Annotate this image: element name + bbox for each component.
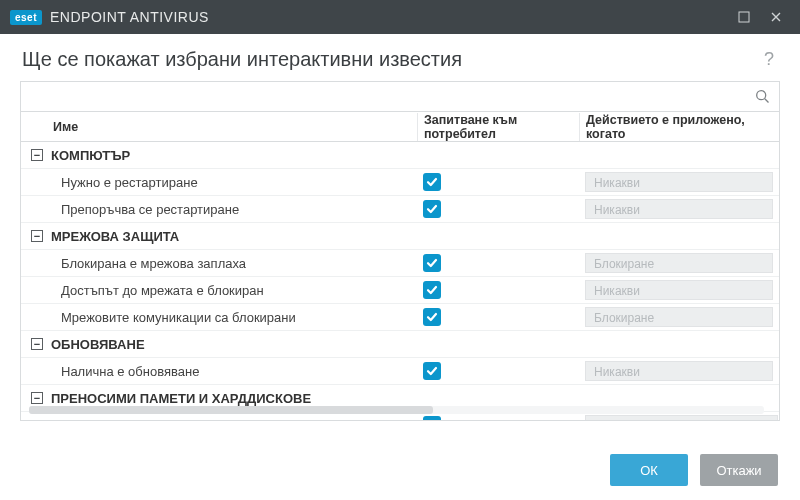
grid-body: −КОМПЮТЪРНужно е рестартиранеНикаквиПреп…: [21, 142, 779, 420]
item-action-cell: Блокиране: [579, 253, 779, 273]
item-ask-cell: [417, 416, 579, 420]
action-field: Блокиране: [585, 253, 773, 273]
table-row: Препоръчва се рестартиранеНикакви: [21, 196, 779, 223]
collapse-icon[interactable]: −: [31, 230, 43, 242]
page-header: Ще се покажат избрани интерактивни извес…: [0, 34, 800, 81]
brand-badge: eset: [10, 10, 42, 25]
action-field: Никакви: [585, 199, 773, 219]
grid-header: Име Запитване към потребител Действието …: [21, 112, 779, 142]
item-ask-cell: [417, 362, 579, 380]
dialog-footer: ОК Откажи: [610, 454, 778, 486]
search-icon[interactable]: [745, 82, 779, 111]
table-row: Блокирана е мрежова заплахаБлокиране: [21, 250, 779, 277]
ask-checkbox[interactable]: [423, 200, 441, 218]
group-label: МРЕЖОВА ЗАЩИТА: [51, 229, 179, 244]
table-row: Налична е обновяванеНикакви: [21, 358, 779, 385]
collapse-icon[interactable]: −: [31, 149, 43, 161]
ask-checkbox[interactable]: [423, 308, 441, 326]
horizontal-scrollbar[interactable]: [29, 406, 764, 414]
app-title: ENDPOINT ANTIVIRUS: [50, 9, 209, 25]
window-controls: [730, 5, 790, 29]
item-ask-cell: [417, 254, 579, 272]
col-header-ask[interactable]: Запитване към потребител: [417, 113, 579, 141]
ask-checkbox[interactable]: [423, 281, 441, 299]
titlebar: eset ENDPOINT ANTIVIRUS: [0, 0, 800, 34]
group-label: ПРЕНОСИМИ ПАМЕТИ И ХАРДДИСКОВЕ: [51, 391, 311, 406]
close-button[interactable]: [762, 5, 790, 29]
item-name-cell: Нужно е рестартиране: [21, 175, 417, 190]
action-field: Никакви: [585, 280, 773, 300]
item-action-cell: Блокиране: [579, 307, 779, 327]
item-action-cell: Никакви: [579, 199, 779, 219]
item-action-cell: Никакви: [579, 361, 779, 381]
group-row: −ОБНОВЯВАНЕ: [21, 331, 779, 358]
collapse-icon[interactable]: −: [31, 392, 43, 404]
table-row: Нужно е рестартиранеНикакви: [21, 169, 779, 196]
group-name-cell: −ПРЕНОСИМИ ПАМЕТИ И ХАРДДИСКОВЕ: [21, 391, 417, 406]
page-title: Ще се покажат избрани интерактивни извес…: [22, 48, 462, 71]
ask-checkbox[interactable]: [423, 362, 441, 380]
item-ask-cell: [417, 173, 579, 191]
item-name-cell: Препоръчва се рестартиране: [21, 202, 417, 217]
ask-checkbox[interactable]: [423, 254, 441, 272]
item-name: Достъпът до мрежата е блокиран: [51, 283, 264, 298]
item-action-cell: Никакви: [579, 280, 779, 300]
item-name: Мрежовите комуникации са блокирани: [51, 310, 296, 325]
item-ask-cell: [417, 281, 579, 299]
help-icon[interactable]: ?: [760, 49, 778, 70]
item-name: Нужно е рестартиране: [51, 175, 198, 190]
ask-checkbox[interactable]: [423, 173, 441, 191]
settings-panel: Име Запитване към потребител Действието …: [20, 81, 780, 421]
item-name: Препоръчва се рестартиране: [51, 202, 239, 217]
item-ask-cell: [417, 200, 579, 218]
cancel-button[interactable]: Откажи: [700, 454, 778, 486]
item-name: Налична е обновяване: [51, 364, 199, 379]
item-action-cell: Никакви: [579, 172, 779, 192]
table-row: Мрежовите комуникации са блокираниБлокир…: [21, 304, 779, 331]
item-name-cell: Мрежовите комуникации са блокирани: [21, 310, 417, 325]
group-row: −КОМПЮТЪР: [21, 142, 779, 169]
item-name: Открито е ново устройство: [51, 418, 224, 421]
table-row: Достъпът до мрежата е блокиранНикакви: [21, 277, 779, 304]
search-input[interactable]: [21, 82, 745, 111]
item-name-cell: Открито е ново устройство: [21, 418, 417, 421]
item-ask-cell: [417, 308, 579, 326]
scrollbar-thumb[interactable]: [29, 406, 433, 414]
action-field: Блокиране: [585, 307, 773, 327]
minimize-button[interactable]: [730, 5, 758, 29]
group-name-cell: −МРЕЖОВА ЗАЩИТА: [21, 229, 417, 244]
action-field: Никакви: [585, 361, 773, 381]
item-name-cell: Достъпът до мрежата е блокиран: [21, 283, 417, 298]
group-label: ОБНОВЯВАНЕ: [51, 337, 145, 352]
item-name-cell: Налична е обновяване: [21, 364, 417, 379]
group-label: КОМПЮТЪР: [51, 148, 130, 163]
group-name-cell: −КОМПЮТЪР: [21, 148, 417, 163]
group-name-cell: −ОБНОВЯВАНЕ: [21, 337, 417, 352]
item-name-cell: Блокирана е мрежова заплаха: [21, 256, 417, 271]
col-header-name[interactable]: Име: [21, 120, 417, 134]
item-name: Блокирана е мрежова заплаха: [51, 256, 246, 271]
group-row: −МРЕЖОВА ЗАЩИТА: [21, 223, 779, 250]
collapse-icon[interactable]: −: [31, 338, 43, 350]
action-field: Показване на опциите за скани: [585, 415, 778, 420]
svg-line-2: [764, 99, 768, 103]
svg-rect-0: [739, 12, 749, 22]
item-action-cell: Показване на опциите за скани: [579, 415, 779, 420]
svg-point-1: [756, 91, 765, 100]
action-field: Никакви: [585, 172, 773, 192]
col-header-action[interactable]: Действието е приложено, когато: [579, 113, 779, 141]
search-row: [21, 82, 779, 112]
ok-button[interactable]: ОК: [610, 454, 688, 486]
ask-checkbox[interactable]: [423, 416, 441, 420]
